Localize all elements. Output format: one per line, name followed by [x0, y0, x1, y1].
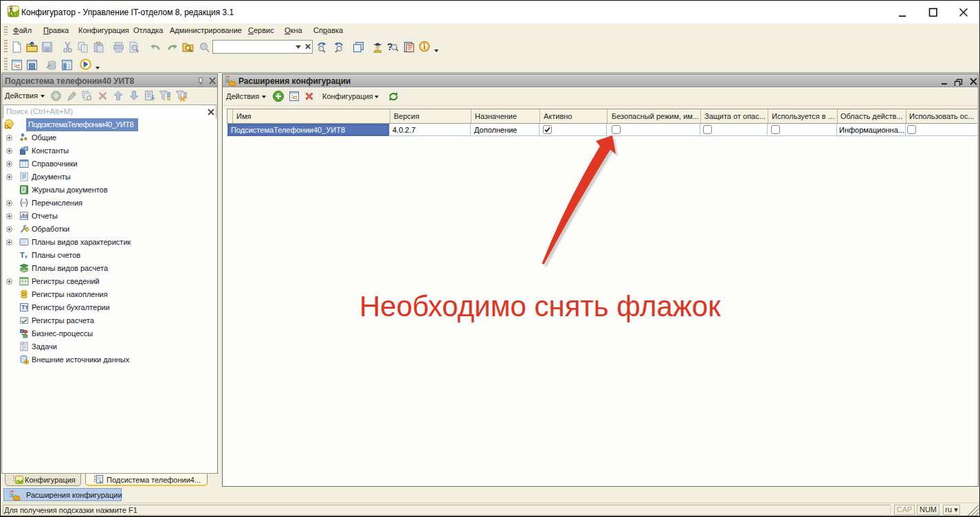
svg-text:Tт: Tт [21, 304, 28, 311]
svg-text:т: т [25, 254, 27, 260]
svg-text:T: T [20, 251, 25, 259]
